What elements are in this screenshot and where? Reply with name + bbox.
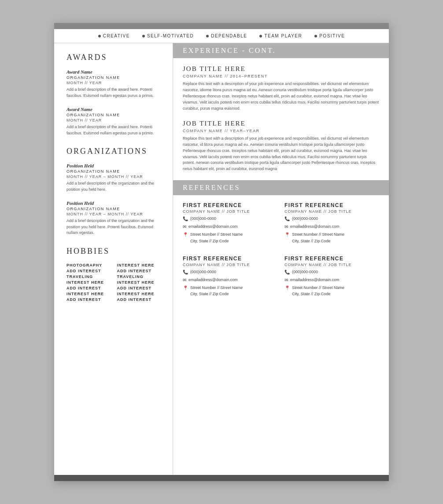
ref-name: First Reference [183,256,277,262]
org-name-2: Organization Name [66,207,163,211]
award-org-1: Organization Name [66,75,163,80]
phone-icon: 📞 [284,215,290,222]
ref-phone-number: (000)000-0000 [292,215,318,222]
awards-section: Awards Award Name Organization Name Mont… [66,53,163,136]
ref-name: First Reference [284,202,379,208]
award-name-1: Award Name [66,69,163,74]
award-desc-1: Add a brief description of the award her… [66,87,163,99]
trait-dot [206,35,209,37]
top-header-bar [54,23,389,29]
trait-dot [314,35,317,37]
hobby-col1-item: Interest Here [66,280,113,285]
email-icon: ✉ [183,223,186,230]
trait-creative: CREATIVE [98,33,130,38]
ref-email: ✉ emailaddress@domain.com [183,223,277,230]
award-item-1: Award Name Organization Name Month // Ye… [66,69,163,99]
hobby-col1-item: Photography [66,263,113,267]
job-section-1: Job Title Here Company Name // 2014–Pres… [173,65,389,112]
org-desc-2: Add a brief description of the organizat… [66,218,163,236]
trait-dot [98,35,101,37]
hobby-col2-item: Add Interest [117,269,163,273]
experience-title: Experience - Cont. [183,47,379,55]
ref-email-address: emailaddress@domain.com [290,277,340,283]
organizations-section: Organizations Position Held Organization… [66,147,163,236]
trait-label: CREATIVE [103,33,130,38]
location-icon: 📍 [284,231,290,238]
main-content: Awards Award Name Organization Name Mont… [54,43,389,475]
hobbies-title: Hobbies [66,247,163,256]
hobby-col2-item: Interest Here [117,263,163,267]
org-date-2: Month // Year – Month // Year [66,212,163,216]
references-title: References [183,184,379,192]
reference-item-1: First Reference Company Name // Job Titl… [183,202,277,245]
right-column: Experience - Cont. Job Title Here Compan… [173,43,389,475]
hobby-col2-item: Add Interest [117,286,163,290]
hobby-col1-item: Add Interest [66,269,113,273]
awards-title: Awards [66,53,163,62]
ref-email: ✉ emailaddress@domain.com [284,223,379,230]
job-title-2: Job Title Here [183,120,379,127]
ref-name: First Reference [284,256,379,262]
references-section: References First Reference Company Name … [173,180,389,302]
trait-self-motivated: SELF-MOTIVATED [142,33,194,38]
ref-address-text: Street Number // Street Name City, State… [292,285,344,297]
location-icon: 📍 [284,285,290,292]
ref-phone: 📞 (000)000-0000 [183,215,277,222]
ref-email-address: emailaddress@domain.com [188,277,238,283]
reference-item-4: First Reference Company Name // Job Titl… [284,256,379,298]
trait-dependable: DEPENDABLE [206,33,247,38]
position-name-2: Position Held [66,200,163,206]
hobby-col1-item: Add Interest [66,286,113,290]
email-icon: ✉ [284,223,288,230]
trait-positive: POSITIVE [314,33,345,38]
trait-team-player: TEAM PLAYER [259,33,302,38]
experience-header: Experience - Cont. [173,43,389,58]
hobbies-grid: PhotographyInterest HereAdd InterestAdd … [66,263,163,302]
organizations-title: Organizations [66,147,163,156]
hobby-col1-item: Interest Here [66,292,113,296]
job-desc-2: Replace this text with a description of … [183,136,379,173]
ref-phone-number: (000)000-0000 [190,215,216,222]
trait-label: DEPENDABLE [211,33,247,38]
award-org-2: Organization Name [66,113,163,117]
ref-email-address: emailaddress@domain.com [290,223,340,230]
award-name-2: Award Name [66,107,163,112]
ref-address: 📍 Street Number // Street Name City, Sta… [183,285,277,297]
ref-email: ✉ emailaddress@domain.com [183,277,277,284]
hobby-col1-item: Add Interest [66,297,113,302]
trait-label: SELF-MOTIVATED [147,33,194,38]
bottom-bar [54,475,389,481]
references-header: References [173,180,389,195]
location-icon: 📍 [183,231,188,238]
position-name-1: Position Held [66,163,163,168]
hobby-col1-item: Traveling [66,274,113,279]
company-line-2: Company Name // Year–Year [183,129,379,133]
ref-address-text: Street Number // Street Name City, State… [190,231,243,244]
reference-item-3: First Reference Company Name // Job Titl… [183,256,277,298]
award-date-1: Month // Year [66,81,163,85]
ref-address: 📍 Street Number // Street Name City, Sta… [284,231,379,244]
award-date-2: Month // Year [66,118,163,122]
org-date-1: Month // Year – Month // Year [66,174,163,179]
company-line-1: Company Name // 2014–Present [183,74,379,78]
ref-email-address: emailaddress@domain.com [188,223,238,230]
ref-address-text: Street Number // Street Name City, State… [190,285,243,297]
trait-dot [142,35,145,37]
ref-address-text: Street Number // Street Name City, State… [292,231,344,244]
ref-phone: 📞 (000)000-0000 [183,269,277,276]
ref-phone-number: (000)000-0000 [292,269,318,275]
award-desc-2: Add a brief description of the award her… [66,124,163,136]
phone-icon: 📞 [284,269,290,276]
left-column: Awards Award Name Organization Name Mont… [54,43,173,475]
hobby-col2-item: Add Interest [117,297,163,302]
ref-email: ✉ emailaddress@domain.com [284,277,379,284]
hobby-col2-item: Interest Here [117,292,163,296]
job-title-1: Job Title Here [183,65,379,73]
hobby-col2-item: Interest Here [117,280,163,285]
trait-dot [259,35,262,37]
location-icon: 📍 [183,285,188,292]
ref-name: First Reference [183,202,277,208]
ref-company: Company Name // Job Title [183,263,277,267]
hobbies-section: Hobbies PhotographyInterest HereAdd Inte… [66,247,163,302]
reference-item-2: First Reference Company Name // Job Titl… [284,202,379,245]
